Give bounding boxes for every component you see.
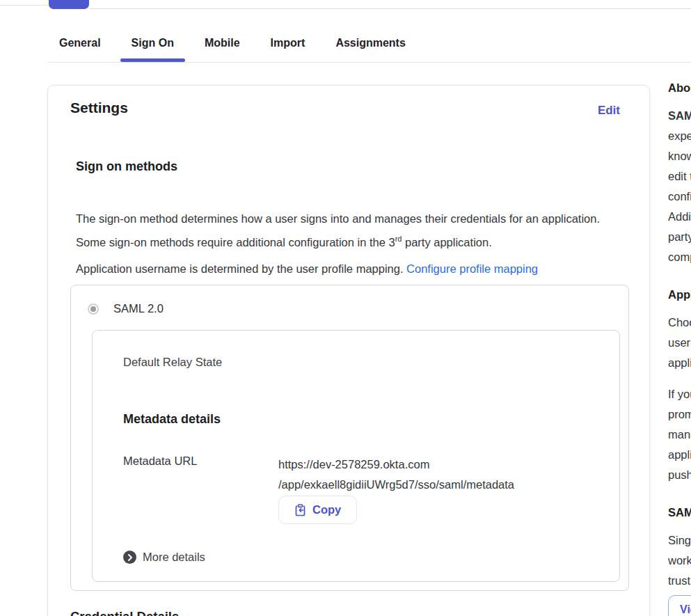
tabbar-bottom-border <box>48 62 691 63</box>
tab-sign-on[interactable]: Sign On <box>132 36 174 59</box>
application-username-paragraph-1: Choose a format to use as the default us… <box>668 313 691 373</box>
username-note-text: Application username is determined by th… <box>76 262 406 275</box>
default-relay-state-label: Default Relay State <box>123 356 222 369</box>
saml-method-box: SAML 2.0 Default Relay State Metadata de… <box>70 285 629 591</box>
description-text-tail: party application. <box>402 235 491 248</box>
copy-metadata-url-button[interactable]: Copy <box>278 496 357 524</box>
username-mapping-note: Application username is determined by th… <box>76 259 615 279</box>
more-details-toggle[interactable]: More details <box>123 551 205 564</box>
edit-settings-link[interactable]: Edit <box>598 104 620 118</box>
tab-import[interactable]: Import <box>271 36 305 59</box>
sign-on-method-description: The sign-on method determines how a user… <box>76 209 615 253</box>
saml-radio-row[interactable]: SAML 2.0 <box>88 302 164 315</box>
header-divider-left <box>0 5 49 6</box>
metadata-details-heading: Metadata details <box>123 412 221 427</box>
metadata-url-value: https://dev-2578259.okta.com/app/exkaell… <box>278 455 514 495</box>
metadata-url-label: Metadata URL <box>123 455 197 468</box>
description-text: The sign-on method determines how a user… <box>76 212 600 248</box>
clipboard-copy-icon <box>294 504 306 516</box>
primary-button-fragment[interactable] <box>49 0 89 9</box>
application-username-heading: Application Username <box>668 288 691 301</box>
metadata-url-line1: https://dev-2578259.okta.com <box>278 458 429 471</box>
about-body: streamlines the end user experience by n… <box>668 109 691 263</box>
saml-setup-paragraph: Single Sign On using SAML will not work … <box>668 530 691 591</box>
help-sidebar: About SAML 2.0 streamlines the end user … <box>668 81 691 616</box>
configure-profile-mapping-link[interactable]: Configure profile mapping <box>406 262 538 275</box>
ordinal-superscript: rd <box>395 235 402 243</box>
about-heading: About <box>668 81 691 95</box>
about-paragraph: SAML 2.0 streamlines the end user experi… <box>668 106 691 267</box>
saml-radio-selected-icon[interactable] <box>88 303 99 315</box>
sign-on-methods-heading: Sign on methods <box>76 159 177 174</box>
saml-setup-heading: SAML Setup <box>668 506 691 519</box>
app-tabbar: General Sign On Mobile Import Assignment… <box>59 36 406 59</box>
application-username-paragraph-2: If you select None you will be prompted … <box>668 384 691 485</box>
metadata-url-line2: /app/exkaell8gidiiUWrg5d7/sso/saml/metad… <box>278 478 514 491</box>
tab-mobile[interactable]: Mobile <box>205 36 240 59</box>
view-setup-instructions-button[interactable]: View Setup Instructions <box>668 595 691 616</box>
chevron-right-circle-icon <box>123 551 136 564</box>
settings-card: Settings Edit Sign on methods The sign-o… <box>47 85 650 616</box>
more-details-label: More details <box>143 551 205 564</box>
saml-radio-label: SAML 2.0 <box>113 302 164 315</box>
credential-details-heading: Credential Details <box>70 609 179 616</box>
tab-general[interactable]: General <box>59 36 101 59</box>
copy-button-label: Copy <box>312 503 341 516</box>
about-lead: SAML 2.0 <box>668 109 691 122</box>
app-settings-page: General Sign On Mobile Import Assignment… <box>0 0 691 616</box>
header-divider-right <box>89 8 691 9</box>
settings-card-title: Settings <box>70 100 128 116</box>
tab-assignments[interactable]: Assignments <box>335 36 405 59</box>
saml-details-panel: Default Relay State Metadata details Met… <box>92 330 620 582</box>
